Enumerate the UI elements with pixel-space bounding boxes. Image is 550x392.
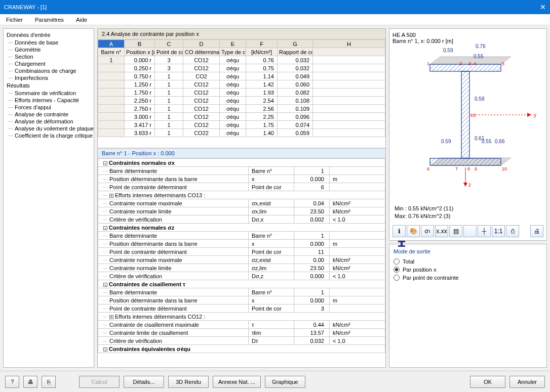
nav-item[interactable]: Section bbox=[5, 53, 93, 60]
help-button[interactable]: ？ bbox=[5, 376, 19, 388]
mode-option[interactable]: Par position x bbox=[394, 267, 542, 273]
cancel-button[interactable]: Annuler bbox=[509, 376, 545, 388]
grid-cell[interactable]: 1 bbox=[155, 129, 183, 137]
grid-cell[interactable]: 3 bbox=[155, 64, 183, 72]
grid-cell[interactable]: 0.074 bbox=[278, 121, 313, 129]
grid-cell[interactable]: 1 bbox=[155, 105, 183, 113]
info-icon[interactable]: ℹ bbox=[392, 225, 406, 237]
col-header[interactable]: Barre n° bbox=[98, 48, 125, 56]
grid-cell[interactable]: CO12 bbox=[183, 113, 220, 121]
annex-button[interactable]: Annexe Nat. ... bbox=[213, 376, 261, 388]
grid-cell[interactable]: CO12 bbox=[183, 80, 220, 89]
col-header[interactable]: [kN/cm²] bbox=[246, 48, 278, 56]
nav-item[interactable]: Données de base bbox=[5, 39, 93, 46]
grid-cell[interactable]: 1 bbox=[155, 89, 183, 97]
grid-cell[interactable] bbox=[98, 129, 125, 137]
grid-cell[interactable]: σéqu bbox=[220, 89, 246, 97]
col-letter[interactable]: H bbox=[313, 40, 385, 48]
grid-cell[interactable] bbox=[313, 64, 385, 72]
grid-cell[interactable]: 1.40 bbox=[246, 129, 278, 137]
grid-cell[interactable] bbox=[313, 105, 385, 113]
grid-cell[interactable] bbox=[313, 56, 385, 64]
nav-item[interactable]: Sommaire de vérification bbox=[5, 90, 93, 97]
grid-cell[interactable]: 1 bbox=[155, 121, 183, 129]
nav-cat-input[interactable]: Données d'entrée bbox=[5, 31, 93, 39]
detail-group[interactable]: +Efforts internes déterminants CO12 : bbox=[98, 313, 385, 321]
grid-cell[interactable] bbox=[98, 80, 125, 89]
grid-cell[interactable]: CO12 bbox=[183, 121, 220, 129]
col-letter[interactable]: B bbox=[125, 40, 155, 48]
grid-cell[interactable]: 0.109 bbox=[278, 105, 313, 113]
col-header[interactable] bbox=[313, 48, 385, 56]
grid-cell[interactable]: 0.250 r bbox=[125, 64, 155, 72]
grid-cell[interactable] bbox=[98, 97, 125, 105]
menu-file[interactable]: Fichier bbox=[3, 16, 26, 24]
grid-cell[interactable]: σéqu bbox=[220, 97, 246, 105]
graph-button[interactable]: Graphique bbox=[265, 376, 305, 388]
grid-cell[interactable]: 0.750 r bbox=[125, 72, 155, 80]
color-icon[interactable]: 🎨 bbox=[407, 225, 420, 237]
col-header[interactable]: Type de contrai bbox=[220, 48, 246, 56]
grid-cell[interactable]: 0.059 bbox=[278, 129, 313, 137]
grid-cell[interactable]: 1.750 r bbox=[125, 89, 155, 97]
col-letter[interactable]: G bbox=[278, 40, 313, 48]
grid-cell[interactable]: σéqu bbox=[220, 121, 246, 129]
detail-group[interactable]: +Efforts internes déterminants CO13 : bbox=[98, 191, 385, 199]
col-letter[interactable]: E bbox=[220, 40, 246, 48]
detail-group[interactable]: -Contraintes équivalentes σéqu bbox=[98, 345, 385, 353]
grid-cell[interactable]: 0.76 bbox=[246, 56, 278, 64]
mode-option[interactable]: Par point de contrainte bbox=[394, 275, 542, 281]
grid-cell[interactable]: 0.75 bbox=[246, 64, 278, 72]
details-button[interactable]: Détails... bbox=[124, 376, 164, 388]
grid-cell[interactable]: 0.032 bbox=[278, 64, 313, 72]
grid-cell[interactable]: CO12 bbox=[183, 89, 220, 97]
grid-cell[interactable]: 2.54 bbox=[246, 97, 278, 105]
nav-item[interactable]: Coefficient de la charge critique bbox=[5, 132, 93, 139]
grid-cell[interactable]: σéqu bbox=[220, 56, 246, 64]
grid-cell[interactable] bbox=[313, 129, 385, 137]
grid-cell[interactable] bbox=[313, 89, 385, 97]
grid-cell[interactable] bbox=[313, 72, 385, 80]
axes-icon[interactable]: ┼ bbox=[478, 225, 491, 237]
col-header[interactable]: Point de contrainte bbox=[155, 48, 183, 56]
radio-icon[interactable] bbox=[394, 258, 400, 265]
dim-icon[interactable]: 1:1 bbox=[492, 225, 505, 237]
grid-cell[interactable]: 3.833 r bbox=[125, 129, 155, 137]
grid-cell[interactable] bbox=[98, 64, 125, 72]
grid-cell[interactable] bbox=[313, 113, 385, 121]
render3d-button[interactable]: 3D Rendu bbox=[168, 376, 209, 388]
close-icon[interactable]: ✕ bbox=[540, 3, 546, 11]
print-icon[interactable]: 🖨 bbox=[530, 225, 543, 237]
nav-item[interactable]: Chargement bbox=[5, 60, 93, 67]
nav-item[interactable]: Analyse de contrainte bbox=[5, 111, 93, 118]
grid-cell[interactable]: σéqu bbox=[220, 80, 246, 89]
grid-cell[interactable]: 0.082 bbox=[278, 89, 313, 97]
points-icon[interactable]: ⎙ bbox=[506, 225, 519, 237]
grid-cell[interactable] bbox=[98, 72, 125, 80]
grid-cell[interactable]: 0.096 bbox=[278, 113, 313, 121]
menu-help[interactable]: Aide bbox=[73, 16, 90, 24]
grid-cell[interactable]: σéqu bbox=[220, 129, 246, 137]
results-grid[interactable]: ABCDEFGH Barre n°Position x [m]Point de … bbox=[98, 39, 385, 148]
radio-icon[interactable] bbox=[394, 267, 400, 273]
grid-cell[interactable]: 0.000 r bbox=[125, 56, 155, 64]
grid-cell[interactable]: 0.032 bbox=[278, 56, 313, 64]
col-letter[interactable]: A bbox=[98, 40, 125, 48]
grid-cell[interactable] bbox=[98, 113, 125, 121]
grid-cell[interactable]: 1 bbox=[155, 113, 183, 121]
grid-cell[interactable]: 1.42 bbox=[246, 80, 278, 89]
grid-cell[interactable]: CO12 bbox=[183, 97, 220, 105]
nav-item[interactable]: Géométrie bbox=[5, 46, 93, 53]
nav-panel[interactable]: Données d'entrée Données de baseGéométri… bbox=[3, 28, 94, 368]
nav-item[interactable]: Efforts internes - Capacité bbox=[5, 97, 93, 104]
grid-cell[interactable]: 1 bbox=[155, 72, 183, 80]
nav-item[interactable]: Imperfections bbox=[5, 74, 93, 81]
grid-cell[interactable] bbox=[98, 121, 125, 129]
col-header[interactable]: Position x [m] bbox=[125, 48, 155, 56]
mode-option[interactable]: Total bbox=[394, 258, 542, 265]
detail-group[interactable]: -Contraintes normales σz bbox=[98, 224, 385, 232]
grid-cell[interactable]: CO12 bbox=[183, 105, 220, 113]
grid-cell[interactable] bbox=[313, 121, 385, 129]
grid-cell[interactable]: 0.060 bbox=[278, 80, 313, 89]
grid-cell[interactable]: 0.049 bbox=[278, 72, 313, 80]
